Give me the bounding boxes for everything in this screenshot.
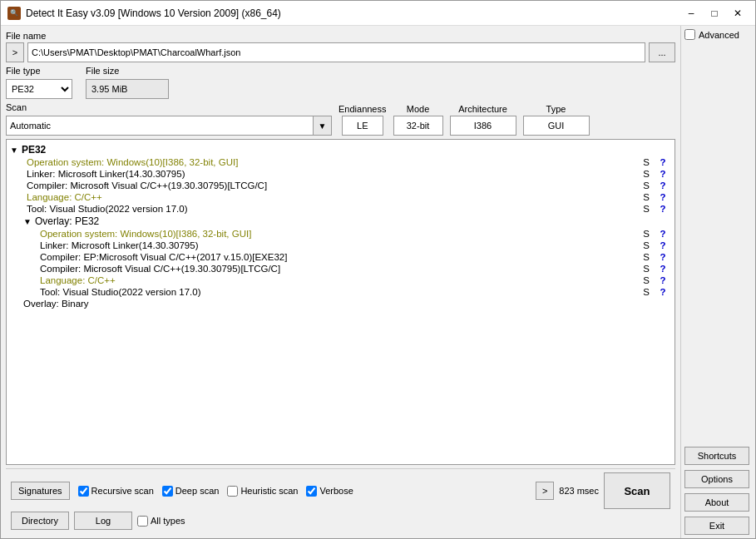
file-name-section: File name > ... [6,31,675,62]
all-types-label: All types [151,516,185,526]
deep-scan-label: Deep scan [175,486,220,496]
browse-button[interactable]: ... [649,42,675,62]
table-row: Compiler: EP:Microsoft Visual C/C++(2017… [23,251,671,263]
title-bar: 🔍 Detect It Easy v3.09 [Windows 10 Versi… [1,1,755,26]
shortcuts-button[interactable]: Shortcuts [684,447,749,465]
item-s: S [638,169,655,179]
item-text: Compiler: Microsoft Visual C/C++(19.30.3… [27,180,638,190]
file-type-label: File type [6,66,72,76]
nav-forward-btn[interactable]: > [536,482,554,500]
deep-scan-input[interactable] [162,486,173,497]
item-q[interactable]: ? [655,169,671,179]
about-button[interactable]: About [684,493,749,512]
deep-scan-checkbox[interactable]: Deep scan [162,486,220,497]
bottom-bar: Signatures Recursive scan Deep scan Heur… [6,468,675,533]
heuristic-scan-label: Heuristic scan [240,486,298,496]
overlay-header: ▼ Overlay: PE32 [23,215,671,228]
endianness-label: Endianness [338,104,387,114]
item-q[interactable]: ? [655,157,671,167]
file-info-row: File type PE32 PE64 ELF Mach-O File size… [6,66,675,99]
scan-wrapper: Automatic ▼ [6,116,332,136]
verbose-checkbox[interactable]: Verbose [306,486,353,497]
item-q[interactable]: ? [655,180,671,190]
item-q[interactable]: ? [655,264,671,274]
all-types-input[interactable] [137,516,148,527]
file-type-select[interactable]: PE32 PE64 ELF Mach-O [6,79,72,99]
item-q[interactable]: ? [655,275,671,285]
binary-label: Overlay: Binary [23,299,89,309]
signatures-button[interactable]: Signatures [11,482,70,500]
item-text: Language: C/C++ [40,275,638,285]
advanced-checkbox-input[interactable] [684,29,695,40]
scan-area: > 823 msec Scan [536,472,670,509]
arrow-button[interactable]: > [6,42,24,62]
scan-row: Scan Automatic ▼ Endianness LE Mode [6,102,675,136]
item-s: S [638,229,655,239]
architecture-label: Architecture [458,104,507,114]
type-label: Type [546,104,566,114]
main-window: 🔍 Detect It Easy v3.09 [Windows 10 Versi… [0,0,756,539]
item-s: S [638,192,655,202]
table-row: Operation system: Windows(10)[I386, 32-b… [10,156,671,168]
recursive-scan-checkbox[interactable]: Recursive scan [78,486,154,497]
file-size-label: File size [86,66,169,76]
scan-dropdown-btn[interactable]: ▼ [314,116,332,136]
scan-time: 823 msec [559,486,599,496]
table-row: Language: C/C++ S ? [23,274,671,286]
mode-value: 32-bit [393,116,443,136]
window-controls: – □ ✕ [680,5,749,22]
file-name-label: File name [6,31,675,41]
item-q[interactable]: ? [655,229,671,239]
main-content: File name > ... File type PE32 PE64 ELF [1,26,755,538]
overlay-section: ▼ Overlay: PE32 Operation system: Window… [10,215,671,298]
table-row: Linker: Microsoft Linker(14.30.30795) S … [23,240,671,251]
item-s: S [638,240,655,250]
binary-label-row: Overlay: Binary [10,298,671,309]
right-panel: Advanced Shortcuts Options About Exit [680,26,755,538]
heuristic-scan-input[interactable] [227,486,238,497]
minimize-button[interactable]: – [680,5,702,22]
table-row: Tool: Visual Studio(2022 version 17.0) S… [23,286,671,298]
scan-button[interactable]: Scan [604,472,670,509]
pe32-collapse-arrow[interactable]: ▼ [10,146,18,155]
table-row: Language: C/C++ S ? [10,191,671,203]
scan-group: Scan Automatic ▼ [6,102,332,136]
info-boxes: Endianness LE Mode 32-bit Architecture I… [338,104,590,136]
heuristic-scan-checkbox[interactable]: Heuristic scan [227,486,298,497]
file-size-group: File size 3.95 MiB [86,66,169,99]
architecture-group: Architecture I386 [450,104,516,136]
all-types-checkbox[interactable]: All types [137,516,185,527]
item-text: Compiler: Microsoft Visual C/C++(19.30.3… [40,264,638,274]
item-text: Tool: Visual Studio(2022 version 17.0) [40,287,638,297]
item-s: S [638,157,655,167]
recursive-scan-input[interactable] [78,486,89,497]
item-q[interactable]: ? [655,192,671,202]
item-q[interactable]: ? [655,240,671,250]
table-row: Operation system: Windows(10)[I386, 32-b… [23,228,671,240]
file-type-group: File type PE32 PE64 ELF Mach-O [6,66,72,99]
item-s: S [638,287,655,297]
item-q[interactable]: ? [655,287,671,297]
advanced-checkbox-group: Advanced [684,29,752,40]
item-q[interactable]: ? [655,204,671,214]
close-button[interactable]: ✕ [727,5,749,22]
item-s: S [638,204,655,214]
mode-group: Mode 32-bit [393,104,443,136]
item-s: S [638,264,655,274]
file-size-value: 3.95 MiB [86,79,169,99]
item-q[interactable]: ? [655,252,671,262]
file-path-input[interactable] [27,42,645,62]
type-value: GUI [523,116,590,136]
scan-select[interactable]: Automatic [6,116,314,136]
verbose-input[interactable] [306,486,317,497]
maximize-button[interactable]: □ [704,5,725,22]
item-text: Linker: Microsoft Linker(14.30.30795) [40,240,638,250]
log-button[interactable]: Log [74,512,132,530]
type-group: Type GUI [523,104,590,136]
verbose-label: Verbose [319,486,353,496]
item-text: Linker: Microsoft Linker(14.30.30795) [27,169,638,179]
exit-button[interactable]: Exit [684,517,749,535]
directory-button[interactable]: Directory [11,512,69,530]
overlay-collapse-arrow[interactable]: ▼ [23,217,32,226]
options-button[interactable]: Options [684,470,749,488]
